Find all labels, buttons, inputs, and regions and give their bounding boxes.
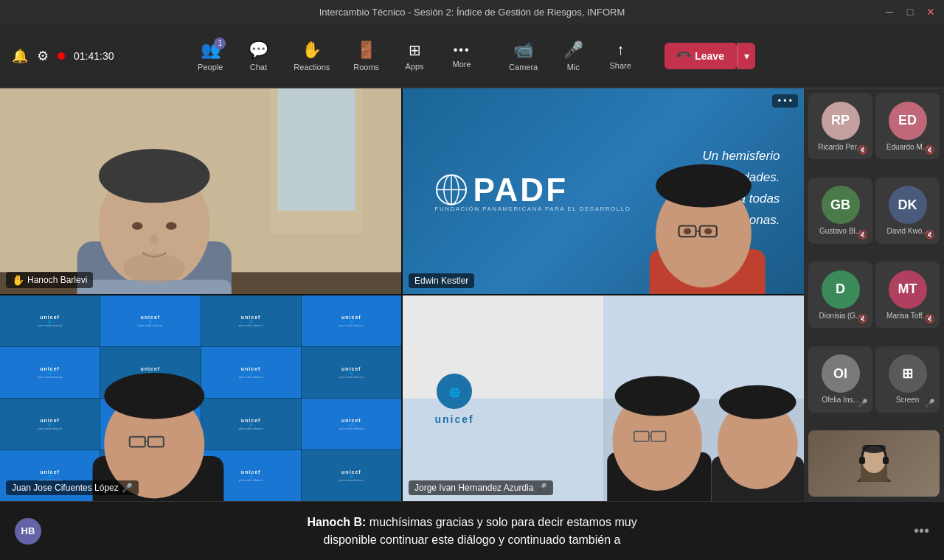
avatar-oi: OI — [822, 354, 860, 393]
edwin-more-button[interactable]: • • • — [772, 94, 798, 108]
main-content: ✋ Hanoch Barlevi PADF — [0, 88, 944, 501]
video-cell-juanjose: unicef🌐para cada infancia unicef🌐para ca… — [0, 295, 401, 501]
chat-label: Chat — [250, 63, 267, 71]
sidebar-participant-screen[interactable]: ⊞ Screen 🎤 — [875, 346, 940, 413]
svg-point-7 — [99, 149, 210, 203]
sidebar-participant-rp[interactable]: RP Ricardo Per... 🔇 — [808, 93, 872, 159]
participants-sidebar: RP Ricardo Per... 🔇 ED Eduardo M... 🔇 GB — [804, 88, 944, 501]
title-bar: Intercambio Técnico - Sesión 2: Índice d… — [0, 0, 944, 24]
participant-label-hanoch: ✋ Hanoch Barlevi — [6, 272, 93, 288]
more-label: More — [453, 60, 471, 69]
video-cell-jorge: 🌐 unicef — [403, 295, 804, 501]
avatar-ed: ED — [889, 102, 927, 140]
subtitle-line2: disponible continuar este diálogo y cont… — [307, 531, 636, 549]
notification-icon: 🔔 — [12, 48, 28, 64]
participant-label-juanjose: Juan Jose Cifuentes López 🎤 — [6, 480, 139, 495]
close-button[interactable]: ✕ — [926, 7, 935, 16]
rooms-button[interactable]: 🚪 Rooms — [344, 36, 388, 76]
subtitle-speaker-avatar: HB — [15, 518, 41, 545]
video-cell-hanoch: ✋ Hanoch Barlevi — [0, 88, 401, 294]
svg-point-25 — [704, 228, 712, 234]
name-oi: Ofelia Ins... — [822, 396, 859, 404]
svg-rect-51 — [859, 457, 865, 464]
svg-point-29 — [104, 373, 204, 419]
sidebar-participant-mt[interactable]: MT Marisa Toff... 🔇 — [875, 262, 940, 328]
chat-button[interactable]: 💬 Chat — [237, 36, 279, 76]
mic-rp: 🔇 — [858, 145, 868, 155]
maximize-button[interactable]: □ — [906, 7, 914, 16]
name-screen: Screen — [896, 396, 920, 404]
participant-label-edwin: Edwin Kestler — [409, 273, 474, 288]
toolbar: 🔔 ⚙ 01:41:30 1 👥 People 💬 Chat ✋ Reactio… — [0, 24, 944, 88]
avatar-mt: MT — [889, 270, 927, 309]
mic-mt: 🔇 — [925, 314, 935, 323]
sidebar-participant-d[interactable]: D Dionisia (G... 🔇 — [808, 262, 872, 328]
minimize-button[interactable]: ─ — [885, 7, 894, 16]
name-ed: Eduardo M... — [886, 143, 929, 151]
more-icon: ••• — [454, 43, 471, 57]
subtitle-speaker-name: Hanoch B: — [307, 516, 366, 528]
call-timer: 01:41:30 — [74, 50, 114, 62]
avatar-dk: DK — [889, 186, 927, 224]
svg-point-45 — [719, 385, 796, 419]
svg-point-9 — [166, 222, 177, 229]
svg-point-20 — [656, 164, 752, 208]
reactions-button[interactable]: ✋ Reactions — [285, 36, 339, 76]
mic-icon: 🎤 — [563, 41, 583, 60]
camera-icon: 📹 — [513, 41, 533, 60]
people-button[interactable]: 1 👥 People — [189, 36, 232, 76]
mic-icon-jorge: 🎤 — [536, 483, 547, 493]
svg-rect-52 — [883, 457, 889, 464]
leave-button[interactable]: 📞 Leave — [664, 43, 738, 69]
name-dk: David Kwo... — [886, 227, 928, 235]
name-d: Dionisia (G... — [819, 312, 862, 320]
video-cell-edwin: PADF FUNDACIÓN PANAMERICANA PARA EL DESA… — [403, 88, 804, 294]
share-button[interactable]: ↑ Share — [600, 37, 641, 74]
participant-name-hanoch: Hanoch Barlevi — [27, 275, 87, 285]
svg-rect-3 — [278, 88, 355, 211]
people-label: People — [198, 63, 223, 71]
sidebar-participant-oi[interactable]: OI Ofelia Ins... 🎤 — [808, 346, 872, 413]
avatar-screen: ⊞ — [889, 354, 927, 393]
rooms-label: Rooms — [353, 63, 379, 71]
camera-label: Camera — [509, 63, 538, 71]
apps-button[interactable]: ⊞ Apps — [394, 37, 435, 75]
apps-icon: ⊞ — [409, 41, 421, 59]
subtitle-bar: HB Hanoch B: muchísimas gracias y solo p… — [0, 501, 944, 560]
more-button[interactable]: ••• More — [441, 39, 482, 73]
phone-icon: 📞 — [676, 47, 693, 64]
sidebar-participant-dk[interactable]: DK David Kwo... 🔇 — [875, 178, 940, 244]
toolbar-status: 🔔 ⚙ 01:41:30 — [12, 48, 114, 64]
participant-name-jorge: Jorge Ivan Hernandez Azurdia — [414, 483, 533, 493]
sidebar-participant-gb[interactable]: GB Gustavo Bl... 🔇 — [808, 178, 872, 244]
camera-button[interactable]: 📹 Camera — [500, 36, 546, 76]
name-mt: Marisa Toff... — [886, 312, 929, 320]
apps-label: Apps — [406, 62, 424, 71]
svg-point-24 — [684, 228, 691, 234]
chat-icon: 💬 — [249, 41, 268, 60]
sidebar-video-preview[interactable] — [808, 430, 940, 497]
sidebar-participant-ed[interactable]: ED Eduardo M... 🔇 — [875, 93, 940, 159]
subtitle-line1: muchísimas gracias y solo para decir est… — [369, 516, 637, 528]
participant-label-jorge: Jorge Ivan Hernandez Azurdia 🎤 — [409, 480, 553, 495]
name-rp: Ricardo Per... — [818, 143, 863, 151]
video-grid: ✋ Hanoch Barlevi PADF — [0, 88, 804, 501]
mic-button[interactable]: 🎤 Mic — [552, 36, 594, 76]
window-title: Intercambio Técnico - Sesión 2: Índice d… — [319, 7, 625, 18]
rooms-icon: 🚪 — [356, 41, 376, 60]
mic-d: 🔇 — [858, 314, 868, 323]
recording-indicator — [58, 52, 65, 60]
avatar-d: D — [822, 270, 860, 309]
svg-point-8 — [132, 222, 143, 229]
mic-dk: 🔇 — [925, 230, 935, 239]
subtitle-more-button[interactable]: ••• — [914, 522, 929, 539]
share-icon: ↑ — [617, 41, 624, 58]
reactions-icon: ✋ — [302, 41, 322, 60]
mic-label: Mic — [567, 63, 580, 71]
mic-ed: 🔇 — [925, 145, 935, 155]
window-controls: ─ □ ✕ — [885, 7, 935, 16]
svg-point-12 — [123, 253, 185, 284]
leave-dropdown-button[interactable]: ▾ — [738, 43, 755, 69]
participant-name-juanjose: Juan Jose Cifuentes López — [12, 483, 119, 493]
mic-screen: 🎤 — [925, 399, 935, 408]
